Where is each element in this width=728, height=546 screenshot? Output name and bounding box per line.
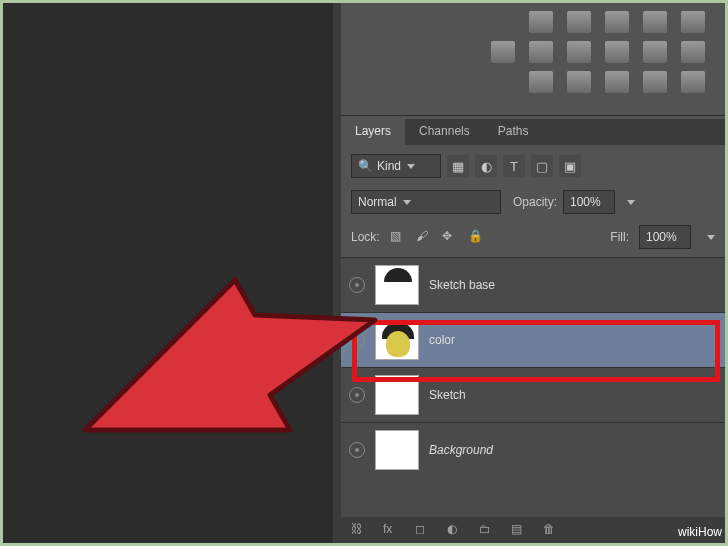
panel-tabs: Layers Channels Paths — [341, 119, 725, 145]
channel-mixer-icon[interactable] — [643, 41, 667, 63]
layer-thumbnail[interactable] — [375, 320, 419, 360]
tab-paths[interactable]: Paths — [484, 119, 543, 145]
filter-type-icon[interactable]: T — [503, 155, 525, 177]
photo-filter-icon[interactable] — [605, 41, 629, 63]
tab-channels[interactable]: Channels — [405, 119, 484, 145]
filter-smart-icon[interactable]: ▣ — [559, 155, 581, 177]
color-balance-icon[interactable] — [529, 41, 553, 63]
lock-transparency-icon[interactable]: ▧ — [390, 229, 406, 245]
layer-row[interactable]: Sketch base — [341, 257, 725, 312]
selective-color-icon[interactable] — [681, 71, 705, 93]
levels-icon[interactable] — [567, 11, 591, 33]
layer-thumbnail[interactable] — [375, 375, 419, 415]
chevron-down-icon — [403, 200, 411, 205]
color-lookup-icon[interactable] — [681, 41, 705, 63]
tab-layers[interactable]: Layers — [341, 119, 405, 145]
layer-name[interactable]: color — [429, 333, 717, 347]
bw-icon[interactable] — [567, 41, 591, 63]
adjustments-panel — [341, 3, 725, 108]
visibility-icon[interactable] — [349, 442, 365, 458]
search-icon: 🔍 — [358, 159, 373, 173]
lock-all-icon[interactable]: 🔒 — [468, 229, 484, 245]
adjustment-layer-icon[interactable]: ◐ — [447, 522, 463, 538]
lock-label: Lock: — [351, 230, 380, 244]
visibility-icon[interactable] — [349, 387, 365, 403]
layers-list: Sketch base color Sketch Background — [341, 257, 725, 517]
blend-mode-select[interactable]: Normal — [351, 190, 501, 214]
panel-divider[interactable] — [333, 3, 341, 543]
mask-icon[interactable]: ◻ — [415, 522, 431, 538]
posterize-icon[interactable] — [567, 71, 591, 93]
hue-icon[interactable] — [491, 41, 515, 63]
curves-icon[interactable] — [605, 11, 629, 33]
lock-move-icon[interactable]: ✥ — [442, 229, 458, 245]
blend-mode-value: Normal — [358, 195, 397, 209]
chevron-down-icon — [407, 164, 415, 169]
separator — [341, 115, 725, 116]
chevron-down-icon[interactable] — [707, 235, 715, 240]
link-layers-icon[interactable]: ⛓ — [351, 522, 367, 538]
vibrance-icon[interactable] — [681, 11, 705, 33]
filter-pixel-icon[interactable]: ▦ — [447, 155, 469, 177]
fx-icon[interactable]: fx — [383, 522, 399, 538]
canvas-area — [3, 3, 333, 543]
filter-adjustment-icon[interactable]: ◐ — [475, 155, 497, 177]
delete-layer-icon[interactable]: 🗑 — [543, 522, 559, 538]
layer-thumbnail[interactable] — [375, 265, 419, 305]
lock-row: Lock: ▧ 🖌 ✥ 🔒 Fill: 100% — [351, 225, 715, 249]
fill-input[interactable]: 100% — [639, 225, 691, 249]
layer-filter-row: 🔍 Kind ▦ ◐ T ▢ ▣ — [351, 153, 715, 179]
filter-kind-select[interactable]: 🔍 Kind — [351, 154, 441, 178]
right-panels: Layers Channels Paths 🔍 Kind ▦ ◐ T ▢ ▣ N… — [341, 3, 725, 543]
layers-bottom-bar: ⛓ fx ◻ ◐ 🗀 ▤ 🗑 — [341, 517, 725, 543]
new-layer-icon[interactable]: ▤ — [511, 522, 527, 538]
gradient-map-icon[interactable] — [643, 71, 667, 93]
visibility-icon[interactable] — [349, 332, 365, 348]
invert-icon[interactable] — [529, 71, 553, 93]
exposure-icon[interactable] — [643, 11, 667, 33]
watermark: wikiHow — [678, 522, 722, 540]
filter-shape-icon[interactable]: ▢ — [531, 155, 553, 177]
fill-label: Fill: — [610, 230, 629, 244]
layer-thumbnail[interactable] — [375, 430, 419, 470]
layer-row[interactable]: color — [341, 312, 725, 367]
fill-value: 100% — [646, 230, 677, 244]
filter-kind-label: Kind — [377, 159, 401, 173]
brightness-icon[interactable] — [529, 11, 553, 33]
threshold-icon[interactable] — [605, 71, 629, 93]
opacity-value: 100% — [570, 195, 601, 209]
visibility-icon[interactable] — [349, 277, 365, 293]
layer-row[interactable]: Sketch — [341, 367, 725, 422]
layer-name[interactable]: Background — [429, 443, 717, 457]
blend-row: Normal Opacity: 100% — [351, 189, 715, 215]
layer-name[interactable]: Sketch — [429, 388, 717, 402]
chevron-down-icon[interactable] — [627, 200, 635, 205]
lock-paint-icon[interactable]: 🖌 — [416, 229, 432, 245]
layer-row[interactable]: Background — [341, 422, 725, 477]
group-icon[interactable]: 🗀 — [479, 522, 495, 538]
opacity-input[interactable]: 100% — [563, 190, 615, 214]
layer-name[interactable]: Sketch base — [429, 278, 717, 292]
opacity-label: Opacity: — [513, 195, 557, 209]
